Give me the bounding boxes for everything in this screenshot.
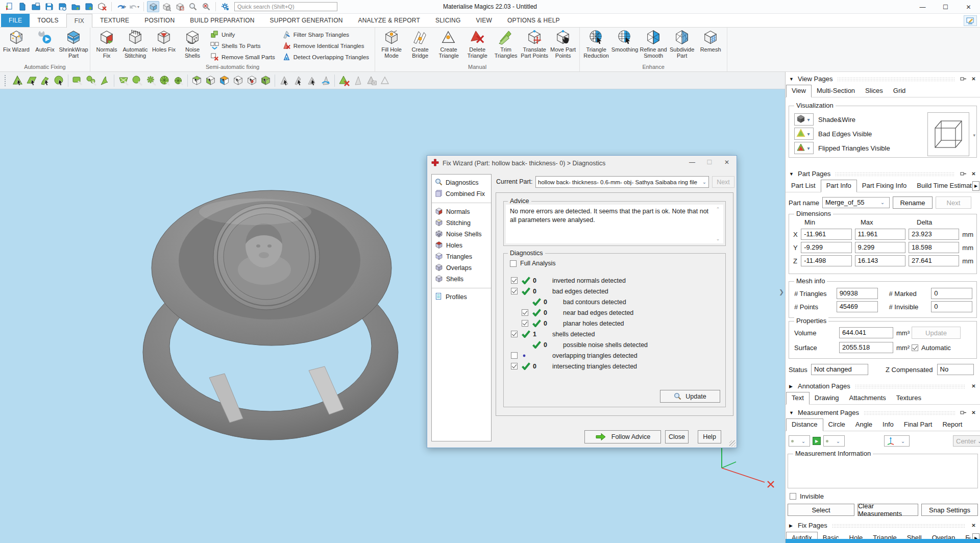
- dialog-minimize-icon[interactable]: —: [683, 156, 701, 169]
- update-button[interactable]: Update: [660, 390, 720, 403]
- tab-part-info[interactable]: Part Info: [821, 180, 857, 192]
- menu-tab-analyze-report[interactable]: ANALYZE & REPORT: [351, 14, 428, 27]
- shade-view-icon[interactable]: [147, 1, 159, 12]
- tab-part-fixing-info[interactable]: Part Fixing Info: [857, 180, 912, 192]
- save-icon[interactable]: [43, 1, 55, 12]
- diagnostic-checkbox[interactable]: [522, 320, 528, 327]
- autofix-button[interactable]: AutoFix: [31, 28, 59, 54]
- diagnostic-checkbox[interactable]: [511, 288, 518, 294]
- fix-wizard-nav-combined-fix[interactable]: Combined Fix: [432, 188, 491, 200]
- star-selection-icon[interactable]: [144, 73, 158, 87]
- diagnostic-checkbox[interactable]: [511, 352, 518, 359]
- tab-distance[interactable]: Distance: [786, 418, 823, 431]
- tab-info[interactable]: Info: [877, 419, 899, 431]
- fix-wizard-button[interactable]: Fix Wizard: [2, 28, 31, 54]
- remove-part-icon[interactable]: [96, 1, 108, 12]
- undo-icon[interactable]: ▾: [115, 1, 127, 12]
- remove-small-parts-button[interactable]: Remove Small Parts: [210, 52, 275, 62]
- noise-shells-button[interactable]: Noise Shells: [178, 28, 207, 60]
- full-analysis-checkbox[interactable]: [510, 260, 517, 267]
- diagnostic-checkbox[interactable]: [511, 363, 518, 369]
- select-button[interactable]: Select: [788, 504, 854, 516]
- fix-wizard-nav-noise-shells[interactable]: Noise Shells: [432, 229, 491, 240]
- fill-hole-mode-button[interactable]: Fill Hole Mode: [377, 28, 406, 60]
- snap-settings-button[interactable]: Snap Settings: [921, 504, 978, 516]
- diagnostic-checkbox[interactable]: [511, 277, 518, 284]
- axis-mode-dropdown[interactable]: ⌄: [884, 435, 910, 447]
- rename-button[interactable]: Rename: [893, 196, 933, 209]
- smoothing-button[interactable]: Smoothing: [610, 28, 639, 54]
- quick-search-input[interactable]: [234, 2, 337, 11]
- tab-slices[interactable]: Slices: [860, 85, 888, 97]
- detect-overlapping-triangles-button[interactable]: Detect Overlapping Triangles: [282, 52, 369, 62]
- refine-and-smooth-button[interactable]: Refine and Smooth: [639, 28, 668, 60]
- zoom-in-icon[interactable]: [187, 1, 199, 12]
- point-mode-dropdown-2[interactable]: ⌄: [823, 435, 845, 447]
- tab-circle[interactable]: Circle: [823, 419, 850, 431]
- menu-tab-texture[interactable]: TEXTURE: [92, 14, 137, 27]
- deselect-all-icon[interactable]: [231, 73, 245, 87]
- filter-sharp-triangles-button[interactable]: Filter Sharp Triangles: [282, 30, 369, 40]
- dialog-titlebar[interactable]: Fix Wizard (Part: hollow back- thickness…: [427, 156, 737, 170]
- tab-angle[interactable]: Angle: [850, 419, 877, 431]
- next-part-button[interactable]: Next: [712, 176, 734, 188]
- mark-triangle-icon[interactable]: [11, 73, 24, 87]
- tab-text[interactable]: Text: [786, 392, 810, 405]
- part-name-dropdown[interactable]: Merge_of_55 ⌄: [822, 197, 890, 208]
- delete-triangle-button[interactable]: Delete Triangle: [463, 28, 492, 60]
- holes-fix-button[interactable]: Holes Fix: [150, 28, 178, 54]
- fix-wizard-nav-holes[interactable]: Holes: [432, 240, 491, 251]
- scroll-right-icon[interactable]: ▶: [972, 181, 979, 191]
- menu-tab-file[interactable]: FILE: [1, 14, 30, 27]
- tab-part-list[interactable]: Part List: [786, 180, 821, 192]
- measure-go-icon[interactable]: ▶: [813, 437, 821, 445]
- fit-view-icon[interactable]: [174, 1, 186, 12]
- bad-edges-visible-dropdown[interactable]: ▾: [794, 128, 814, 140]
- triangle-tool-1-icon[interactable]: [277, 73, 291, 87]
- translate-part-points-button[interactable]: Translate Part Points: [520, 28, 549, 60]
- orient-triangles-icon[interactable]: [318, 73, 332, 87]
- triangle-tool-4-icon[interactable]: [351, 73, 364, 87]
- tab-multi-section[interactable]: Multi-Section: [812, 85, 860, 97]
- select-through-icon[interactable]: [190, 73, 204, 87]
- dialog-close-icon[interactable]: ✕: [718, 156, 736, 169]
- next-button[interactable]: Next: [936, 196, 971, 209]
- fix-wizard-nav-triangles[interactable]: Triangles: [432, 251, 491, 262]
- mark-plane-icon[interactable]: [24, 73, 38, 87]
- fix-wizard-nav-profiles[interactable]: Profiles: [432, 291, 491, 303]
- pin-icon[interactable]: [960, 410, 967, 415]
- annotation-pages-header[interactable]: ▶ Annotation Pages ✕: [786, 380, 980, 392]
- scroll-left-icon[interactable]: ◀: [965, 181, 972, 191]
- tab-build-time-estimation[interactable]: Build Time Estimation: [912, 180, 972, 192]
- add-platform-icon[interactable]: [69, 1, 82, 12]
- triangle-tool-3-icon[interactable]: [305, 73, 318, 87]
- diagnostic-checkbox[interactable]: [522, 309, 528, 316]
- select-colored-icon[interactable]: [217, 73, 231, 87]
- unzoom-icon[interactable]: [200, 1, 212, 12]
- scroll-up-icon[interactable]: ⌃: [714, 206, 722, 213]
- normals-fix-button[interactable]: Normals Fix: [92, 28, 121, 60]
- close-panel-icon[interactable]: ✕: [970, 171, 977, 177]
- fix-pages-header[interactable]: ▶ Fix Pages ✕: [786, 520, 980, 531]
- save-as-icon[interactable]: [56, 1, 68, 12]
- save-platform-icon[interactable]: [83, 1, 95, 12]
- diagnostic-checkbox[interactable]: [511, 331, 518, 337]
- tab-final-part[interactable]: Final Part: [899, 419, 938, 431]
- view-pages-header[interactable]: ▼ View Pages ✕: [786, 73, 980, 85]
- shrinkwrap-part-button[interactable]: ShrinkWrap Part: [59, 28, 88, 60]
- center-mode-dropdown[interactable]: Center⌄: [953, 435, 980, 447]
- close-panel-icon[interactable]: ✕: [970, 76, 977, 82]
- circle-selection-icon[interactable]: [84, 73, 98, 87]
- measurement-pages-header[interactable]: ▼ Measurement Pages ✕: [786, 407, 980, 418]
- pie-selection-icon[interactable]: [158, 73, 172, 87]
- mark-band-icon[interactable]: [38, 73, 52, 87]
- orientation-cube[interactable]: [927, 112, 969, 156]
- menu-tab-build-preparation[interactable]: BUILD PREPARATION: [182, 14, 262, 27]
- scroll-down-icon[interactable]: ⌄: [714, 235, 722, 242]
- close-panel-icon[interactable]: ✕: [970, 410, 977, 415]
- fix-wizard-nav-shells[interactable]: Shells: [432, 274, 491, 285]
- triangle-tool-6-icon[interactable]: [378, 73, 392, 87]
- tab-drawing[interactable]: Drawing: [810, 392, 844, 404]
- brush-selection-icon[interactable]: [130, 73, 144, 87]
- select-marked-icon[interactable]: [245, 73, 259, 87]
